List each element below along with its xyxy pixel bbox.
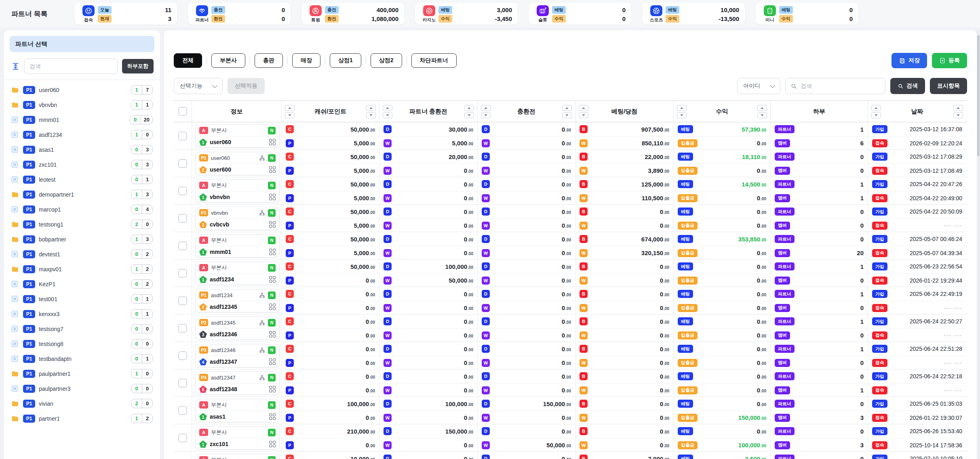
grid-menu-icon[interactable] — [269, 413, 276, 420]
partner-node-icon[interactable] — [11, 221, 19, 228]
grid-menu-icon[interactable] — [269, 441, 276, 447]
id-filter-dropdown[interactable]: 아이디 — [737, 78, 780, 94]
sidebar-partner-item[interactable]: P1 testsong8 00 — [10, 336, 154, 351]
partner-info-card[interactable]: A 부본사 N 1 mmm01 — [195, 234, 280, 258]
partner-node-icon[interactable] — [11, 176, 19, 183]
grid-menu-icon[interactable] — [269, 139, 276, 145]
sidebar-partner-item[interactable]: P1 demopartner1 13 — [10, 187, 154, 202]
sidebar-partner-item[interactable]: P1 testsong1 20 — [10, 217, 154, 232]
sidebar-partner-item[interactable]: P1 zxc101 03 — [10, 157, 154, 172]
partner-node-icon[interactable] — [11, 281, 19, 288]
row-checkbox[interactable] — [178, 379, 187, 388]
partner-info-card[interactable]: A 부본사 N 1 leotest — [195, 454, 280, 459]
sort-buttons[interactable] — [366, 105, 376, 118]
sidebar-partner-item[interactable]: P1 paulpartner1 10 — [10, 366, 154, 381]
partner-node-icon[interactable] — [11, 86, 19, 94]
partner-node-icon[interactable] — [11, 355, 19, 363]
sidebar-partner-item[interactable]: P1 test001 01 — [10, 291, 154, 306]
partner-type-tab[interactable]: 전체 — [174, 53, 202, 68]
hierarchy-icon[interactable] — [259, 292, 265, 298]
sidebar-partner-item[interactable]: P1 bobpartner 13 — [10, 232, 154, 247]
sidebar-partner-item[interactable]: P1 vivian 20 — [10, 396, 154, 411]
apply-selection-button[interactable]: 선택적용 — [228, 78, 265, 94]
grid-menu-icon[interactable] — [269, 304, 276, 310]
select-function-dropdown[interactable]: 선택기능 — [174, 78, 223, 94]
partner-info-card[interactable]: A 부본사 N 1 asdf1234 — [195, 262, 280, 285]
row-checkbox[interactable] — [178, 241, 187, 250]
sidebar-partner-item[interactable]: P1 mmm01 020 — [10, 112, 154, 127]
partner-info-card[interactable]: P1 asdf1234 N 2 asdf12345 — [195, 289, 280, 312]
hierarchy-icon[interactable] — [259, 155, 265, 161]
grid-menu-icon[interactable] — [269, 358, 276, 365]
partner-node-icon[interactable] — [11, 191, 19, 198]
partner-node-icon[interactable] — [11, 236, 19, 243]
sort-buttons[interactable] — [464, 105, 474, 118]
partner-node-icon[interactable] — [11, 101, 19, 109]
hierarchy-icon[interactable] — [259, 320, 265, 326]
sidebar-partner-item[interactable]: P1 asdf1234 10 — [10, 127, 154, 142]
vertical-scrollbar[interactable] — [977, 30, 980, 459]
sidebar-partner-item[interactable]: P1 devtest1 02 — [10, 247, 154, 262]
sort-buttons[interactable] — [953, 105, 963, 118]
partner-info-card[interactable]: P4 asdf12347 N 5 asdf12348 — [195, 371, 280, 395]
search-input[interactable] — [801, 83, 880, 89]
sidebar-partner-item[interactable]: P1 testbandaptn 01 — [10, 351, 154, 366]
sidebar-partner-item[interactable]: P1 vbnvbn 11 — [10, 97, 154, 112]
partner-node-icon[interactable] — [11, 340, 19, 348]
row-checkbox[interactable] — [178, 159, 187, 168]
hierarchy-icon[interactable] — [259, 375, 265, 381]
partner-type-tab[interactable]: 상점1 — [330, 53, 361, 68]
sort-buttons[interactable] — [481, 105, 491, 118]
row-checkbox[interactable] — [178, 214, 187, 223]
sidebar-search-input[interactable] — [24, 59, 118, 74]
hierarchy-icon[interactable] — [259, 347, 265, 353]
grid-menu-icon[interactable] — [269, 276, 276, 283]
partner-type-tab[interactable]: 매장 — [292, 53, 320, 68]
partner-info-card[interactable]: A 부본사 N 1 vbnvbn — [195, 179, 280, 203]
sidebar-partner-item[interactable]: P1 kenxxx3 01 — [10, 306, 154, 321]
sidebar-partner-item[interactable]: P1 paulpartner3 00 — [10, 381, 154, 396]
partner-info-card[interactable]: P3 asdf12346 N 4 asdf12347 — [195, 344, 280, 367]
partner-info-card[interactable]: A 부본사 N 1 user060 — [195, 124, 280, 148]
partner-info-card[interactable]: P1 vbnvbn N 2 cvbcvb — [195, 207, 280, 230]
partner-info-card[interactable]: P1 user060 N 2 user600 — [195, 152, 280, 175]
sort-buttons[interactable] — [677, 105, 687, 118]
sidebar-partner-item[interactable]: P1 leotest 01 — [10, 172, 154, 187]
partner-node-icon[interactable] — [11, 206, 19, 213]
partner-type-tab[interactable]: 차단파트너 — [411, 53, 457, 68]
partner-type-tab[interactable]: 상점2 — [371, 53, 402, 68]
expand-tree-icon[interactable] — [11, 61, 20, 71]
grid-menu-icon[interactable] — [269, 386, 276, 392]
row-checkbox[interactable] — [178, 351, 187, 360]
hierarchy-icon[interactable] — [259, 210, 265, 216]
partner-node-icon[interactable] — [11, 296, 19, 303]
partner-node-icon[interactable] — [11, 325, 19, 333]
row-checkbox[interactable] — [178, 434, 187, 442]
partner-type-tab[interactable]: 부본사 — [211, 53, 245, 68]
grid-menu-icon[interactable] — [269, 249, 276, 255]
partner-node-icon[interactable] — [11, 415, 19, 422]
grid-menu-icon[interactable] — [269, 221, 276, 228]
sidebar-partner-item[interactable]: P1 marcop1 04 — [10, 202, 154, 217]
save-button[interactable]: 저장 — [891, 53, 927, 68]
row-checkbox[interactable] — [178, 296, 187, 305]
sidebar-partner-item[interactable]: P1 partner1 12 — [10, 411, 154, 426]
scrollbar-thumb[interactable] — [977, 35, 980, 156]
partner-type-tab[interactable]: 총판 — [255, 53, 283, 68]
sort-buttons[interactable] — [757, 105, 767, 118]
partner-info-card[interactable]: P2 asdf12345 N 3 asdf12346 — [195, 316, 280, 340]
sidebar-partner-item[interactable]: P1 testsong7 00 — [10, 321, 154, 336]
sort-buttons[interactable] — [562, 105, 572, 118]
row-checkbox[interactable] — [178, 132, 187, 140]
include-sub-button[interactable]: 하부포함 — [122, 59, 154, 73]
search-button[interactable]: 검색 — [890, 78, 925, 94]
partner-node-icon[interactable] — [11, 146, 19, 153]
grid-menu-icon[interactable] — [269, 331, 276, 337]
partner-node-icon[interactable] — [11, 161, 19, 168]
register-button[interactable]: 등록 — [932, 53, 967, 68]
row-checkbox[interactable] — [178, 269, 187, 278]
grid-menu-icon[interactable] — [269, 166, 276, 173]
sidebar-partner-item[interactable]: P1 asas1 03 — [10, 142, 154, 157]
partner-node-icon[interactable] — [11, 251, 19, 258]
sort-buttons[interactable] — [383, 105, 392, 118]
